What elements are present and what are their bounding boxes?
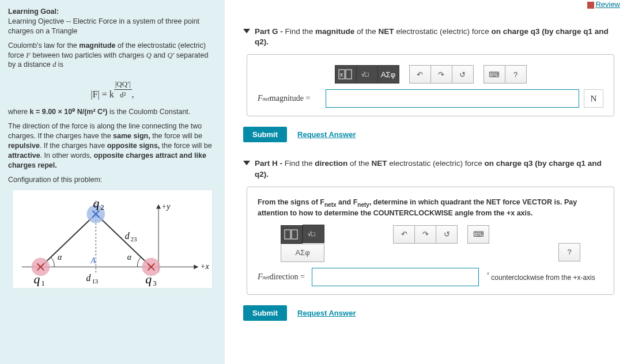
answer-h-label: Fnetdirection = [258,272,307,282]
submit-h-button[interactable]: Submit [243,305,287,321]
svg-rect-35 [285,230,290,239]
part-g-answer-box: x √□ ΑΣφ ↶ ↷ ↺ ⌨ ? Fnetmagnitude = N [247,54,614,116]
review-icon [587,2,594,9]
part-h-hint: From the signs of Fnetx and Fnety, deter… [258,198,603,218]
svg-text:√□: √□ [308,230,315,237]
svg-text:x: x [340,71,343,78]
math-symbols-button[interactable]: √□ [303,225,324,243]
svg-marker-1 [194,264,198,269]
collapse-caret-icon[interactable] [243,161,250,165]
toolbar-g: x √□ ΑΣφ ↶ ↷ ↺ ⌨ ? [258,65,603,84]
svg-text:q: q [93,196,99,210]
answer-h-tail: ° counterclockwise from the +x-axis [487,272,595,282]
reset-button[interactable]: ↺ [452,65,474,84]
undo-button[interactable]: ↶ [409,65,431,84]
answer-g-unit: N [584,89,603,108]
svg-text:α: α [127,252,132,261]
request-answer-g-link[interactable]: Request Answer [297,130,356,139]
template-picker-button[interactable]: x [335,65,357,84]
main-content: Review Part G - Find the magnitude of th… [225,0,627,364]
svg-text:√□: √□ [361,71,369,78]
triangle-diagram: +x +y q1 q2 q3 d13 d23 A α α [12,189,213,289]
redo-button[interactable]: ↷ [430,65,452,84]
part-h-answer-box: From the signs of Fnetx and Fnety, deter… [247,187,614,295]
answer-g-input[interactable] [326,89,579,108]
review-link[interactable]: Review [587,0,620,9]
undo-button[interactable]: ↶ [393,225,415,244]
svg-text:13: 13 [92,278,98,285]
svg-text:+y: +y [161,202,171,210]
toolbar-h: √□ ΑΣφ ↶ ↷ ↺ ⌨ ? [258,225,603,262]
greek-letters-button[interactable]: ΑΣφ [377,65,399,84]
svg-text:α: α [58,252,62,261]
learning-goal-heading: Learning Goal: [8,7,59,16]
learning-goal-body: Learning Ojective -- Electric Force in a… [8,17,199,35]
part-g-title: Part G - Find the magnitude of the NET e… [255,26,614,47]
greek-letters-button[interactable]: ΑΣφ [281,244,324,262]
collapse-caret-icon[interactable] [243,29,250,33]
svg-text:1: 1 [41,279,44,287]
sidebar: Learning Goal: Learning Ojective -- Elec… [0,0,225,364]
redo-button[interactable]: ↷ [414,225,436,244]
request-answer-h-link[interactable]: Request Answer [297,309,356,317]
template-picker-button[interactable] [281,225,303,244]
svg-text:23: 23 [131,235,137,242]
svg-text:2: 2 [100,203,104,211]
coulomb-formula: |F| = k|QQ′|d², [8,74,217,107]
keyboard-button[interactable]: ⌨ [467,225,489,244]
svg-rect-36 [292,230,297,239]
part-g-section: Part G - Find the magnitude of the NET e… [243,26,614,142]
svg-text:q: q [34,272,40,286]
svg-text:3: 3 [153,279,156,287]
svg-text:d: d [86,273,91,283]
svg-line-7 [40,214,96,267]
svg-marker-5 [156,204,161,208]
svg-text:+x: +x [200,262,209,271]
coulomb-intro: Coulomb's law for the magnitude of the e… [8,41,217,70]
reset-button[interactable]: ↺ [436,225,458,244]
submit-g-button[interactable]: Submit [243,127,287,142]
part-h-title: Part H - Find the direction of the NET e… [255,158,614,179]
help-button[interactable]: ? [505,65,527,84]
keyboard-button[interactable]: ⌨ [484,65,505,84]
answer-h-input[interactable] [312,268,479,286]
svg-rect-32 [346,70,352,79]
svg-line-8 [96,214,151,267]
svg-text:d: d [125,231,130,241]
answer-g-label: Fnetmagnitude = [258,94,321,103]
part-h-section: Part H - Find the direction of the NET e… [243,158,614,320]
help-button[interactable]: ? [558,243,580,261]
direction-paragraph: The direction of the force is along the … [8,122,217,170]
config-label: Configuration of this problem: [8,175,217,185]
coulomb-constant: where k = 9.00 × 10⁹ N/(m² C²) is the Co… [8,107,217,117]
math-symbols-button[interactable]: √□ [356,65,378,84]
svg-text:A: A [90,256,96,264]
svg-text:q: q [145,272,152,286]
